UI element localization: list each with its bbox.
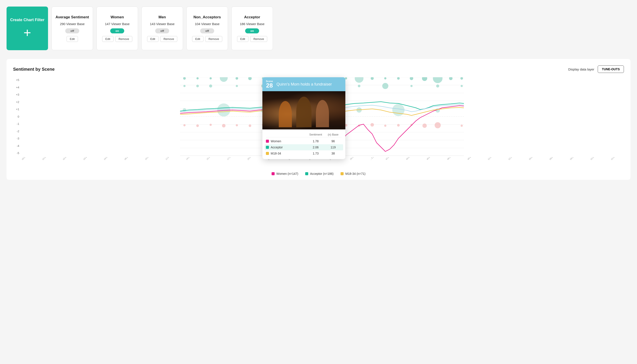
y-label-n2: -2: [13, 130, 19, 133]
x-label: 14:20-15:16: [186, 157, 194, 160]
x-label: 01:02-01:04:47: [610, 157, 622, 160]
chart-section: Sentiment by Scene Display data layer TU…: [6, 59, 630, 180]
svg-point-12: [183, 77, 186, 80]
base-acceptor: 119: [324, 146, 342, 149]
y-label-p2: +2: [13, 100, 19, 104]
legend-label-women: Women (n=147): [276, 172, 298, 176]
scene-row-women: Women 1.78 96: [266, 138, 342, 144]
x-label: 10:21-11:56: [144, 157, 154, 160]
chart-legend: Women (n=147) Acceptor (n=186) M18-34 (n…: [13, 172, 624, 176]
y-label-p1: +1: [13, 108, 19, 111]
svg-point-24: [371, 77, 374, 80]
edit-btn-non-acceptors[interactable]: Edit: [192, 36, 204, 42]
x-label: 55:01-57:59: [528, 157, 538, 160]
x-label: 00:00-01:01: [22, 157, 30, 160]
svg-point-48: [236, 124, 238, 126]
x-label: 45:51-46:49: [406, 157, 414, 160]
women-color-swatch: [266, 140, 269, 143]
filter-card-avg-sentiment: Average Sentiment 290 Viewer Base off Ed…: [52, 6, 93, 50]
x-label: 01:03-01:05: [590, 157, 599, 160]
x-label: 20:01-20:42: [247, 157, 256, 160]
x-label: 48:21-49:41: [447, 157, 456, 160]
x-label: 02:46-03:44: [62, 157, 72, 160]
y-label-0: 0: [13, 115, 19, 118]
sentiment-col-header: Sentiment: [307, 133, 324, 136]
scene-header: Scene 28 Quinn's Mom holds a fundraiser: [262, 77, 345, 91]
filter-cards-row: Create Chart Filter + Average Sentiment …: [6, 6, 630, 50]
x-label: 15:17-17:27: [206, 157, 215, 160]
svg-point-42: [436, 84, 439, 88]
filter-card-acceptors: Acceptor 186 Viewer Base on Edit Remove: [232, 6, 273, 50]
card-buttons-non-acceptors: Edit Remove: [192, 36, 222, 42]
edit-btn-acceptors[interactable]: Edit: [237, 36, 248, 42]
svg-point-62: [460, 124, 463, 127]
chart-title: Sentiment by Scene: [13, 67, 54, 72]
x-label: 04:54-08:14: [104, 157, 112, 160]
x-label: 08:15-10:20: [124, 157, 133, 160]
viewer-base-women: 147 Viewer Base: [105, 22, 130, 26]
svg-point-57: [384, 124, 386, 127]
x-label: 52:29-55:00: [508, 157, 517, 160]
svg-point-58: [397, 124, 400, 126]
card-title-non-acceptors: Non_Acceptors: [194, 15, 221, 20]
x-label: ...2:20: [370, 157, 375, 160]
scene-description: Quinn's Mom holds a fundraiser: [276, 82, 332, 87]
plus-icon: +: [23, 26, 31, 39]
svg-point-32: [183, 85, 186, 87]
scene-table: Sentiment (n) Base Women 1.78 96 Accepto…: [262, 130, 345, 159]
y-label-n3: -3: [13, 137, 19, 140]
card-title-men: Men: [158, 15, 166, 20]
card-title-acceptors: Acceptor: [244, 15, 260, 20]
remove-btn-men[interactable]: Remove: [160, 36, 177, 42]
svg-point-47: [222, 124, 226, 128]
toggle-non-acceptors[interactable]: off: [200, 28, 214, 34]
edit-btn-men[interactable]: Edit: [147, 36, 158, 42]
scene-row-name-women: Women: [271, 140, 307, 143]
toggle-men[interactable]: off: [155, 28, 169, 34]
toggle-acceptors[interactable]: on: [245, 28, 259, 34]
edit-btn-women[interactable]: Edit: [102, 36, 114, 42]
y-axis: +5 +4 +3 +2 +1 0 -1 -2 -3 -4 -5: [13, 77, 20, 156]
m18-34-color-swatch: [266, 152, 269, 155]
toggle-women[interactable]: on: [110, 28, 124, 34]
y-label-p5: +5: [13, 78, 19, 82]
svg-point-41: [410, 85, 412, 87]
scene-row-acceptor: Acceptor 2.06 119: [264, 144, 343, 150]
y-label-n1: -1: [13, 122, 19, 126]
base-women: 96: [324, 140, 342, 143]
create-chart-filter-card[interactable]: Create Chart Filter +: [6, 6, 48, 50]
svg-point-15: [220, 77, 228, 82]
legend-item-m18-34: M18-34 (n=71): [340, 172, 366, 176]
svg-point-44: [183, 124, 186, 126]
svg-point-33: [196, 85, 199, 87]
filter-card-women: Women 147 Viewer Base on Edit Remove: [96, 6, 138, 50]
x-label: 59:23-01:02: [570, 157, 578, 160]
chart-inner: Scene 28 Quinn's Mom holds a fundraiser: [20, 77, 624, 157]
remove-btn-non-acceptors[interactable]: Remove: [205, 36, 222, 42]
card-title-avg-sentiment: Average Sentiment: [56, 15, 89, 20]
filter-card-men: Men 143 Viewer Base off Edit Remove: [142, 6, 183, 50]
toggle-avg-sentiment[interactable]: off: [65, 28, 79, 34]
edit-btn-avg-sentiment[interactable]: Edit: [66, 36, 78, 42]
svg-point-40: [382, 83, 388, 89]
svg-point-25: [384, 77, 386, 80]
svg-point-34: [209, 84, 212, 88]
scene-number: 28: [266, 82, 273, 88]
scene-row-name-acceptor: Acceptor: [271, 146, 307, 149]
svg-point-56: [370, 123, 374, 126]
x-label: 51:06-52:28: [488, 157, 496, 160]
svg-point-35: [236, 85, 238, 87]
x-label: 49:42-51:05: [467, 157, 476, 160]
remove-btn-women[interactable]: Remove: [115, 36, 132, 42]
x-label: 03:45-04:53: [83, 157, 92, 160]
y-label-p4: +4: [13, 86, 19, 89]
x-label: 42:21-45:50: [385, 157, 394, 160]
legend-label-m18-34: M18-34 (n=71): [345, 172, 366, 176]
svg-point-30: [449, 77, 452, 80]
scene-image: [262, 91, 345, 130]
remove-btn-acceptors[interactable]: Remove: [250, 36, 267, 42]
tune-outs-button[interactable]: TUNE-OUTS: [598, 66, 624, 73]
card-buttons-avg-sentiment: Edit: [66, 36, 78, 42]
svg-point-60: [422, 124, 427, 128]
y-label-n5: -5: [13, 152, 19, 155]
